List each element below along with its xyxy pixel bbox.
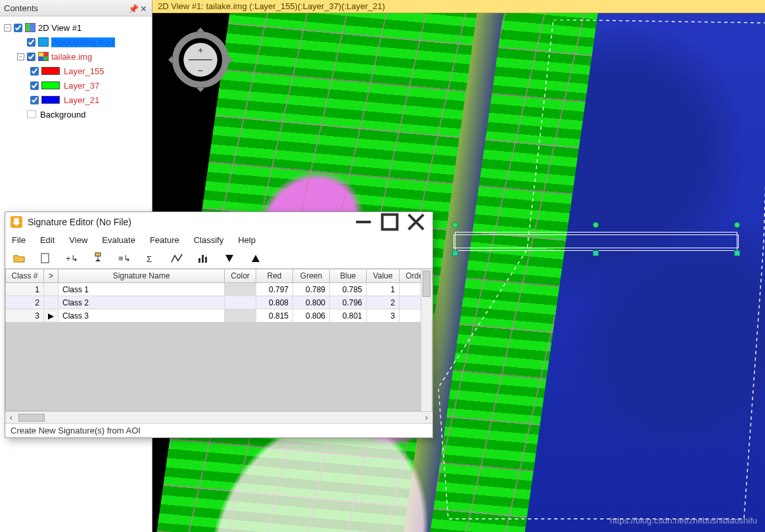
svg-text:Σ: Σ xyxy=(147,254,152,264)
signature-editor-titlebar[interactable]: Signature Editor (No File) xyxy=(5,212,432,232)
handle-icon[interactable] xyxy=(734,222,740,228)
triangle-up-icon[interactable] xyxy=(248,251,263,265)
col-value[interactable]: Value xyxy=(367,269,400,283)
cell-signame[interactable]: Class 3 xyxy=(58,309,225,322)
replace-icon[interactable]: ≡↳ xyxy=(117,251,131,265)
pan-south-icon[interactable] xyxy=(197,88,204,96)
cell-color[interactable] xyxy=(225,283,256,296)
cell-blue: 0.796 xyxy=(330,296,367,309)
table-row[interactable]: 1Class 10.7970.7890.78511 xyxy=(6,283,432,296)
red-swatch-icon xyxy=(41,67,60,75)
vertical-scrollbar[interactable] xyxy=(421,269,432,411)
histogram-icon[interactable] xyxy=(196,251,210,265)
cell-current-arrow xyxy=(44,296,58,309)
cell-color[interactable] xyxy=(225,296,256,309)
handle-icon[interactable] xyxy=(734,250,740,256)
menu-file[interactable]: File xyxy=(12,235,26,245)
tree-node-aoi[interactable]: Aoi009488(:Aoi) xyxy=(3,35,149,49)
close-panel-icon[interactable]: ✕ xyxy=(140,4,148,12)
table-header-row: Class # > Signature Name Color Red Green… xyxy=(6,269,432,283)
pan-west-icon[interactable] xyxy=(164,56,172,64)
svg-rect-10 xyxy=(202,255,204,263)
navigation-compass[interactable]: + − xyxy=(164,24,237,96)
cell-red: 0.808 xyxy=(256,296,293,309)
cell-red: 0.815 xyxy=(256,309,293,322)
cell-current-arrow: ▶ xyxy=(44,309,58,322)
svg-rect-6 xyxy=(95,253,101,256)
tree-node-layer-blue[interactable]: Layer_21 xyxy=(3,93,149,107)
background-icon xyxy=(27,110,36,118)
pan-north-icon[interactable] xyxy=(197,24,204,32)
col-green[interactable]: Green xyxy=(293,269,330,283)
tree-label: Aoi009488(:Aoi) xyxy=(51,37,115,47)
menu-feature[interactable]: Feature xyxy=(150,235,179,245)
scrollbar-thumb[interactable] xyxy=(423,271,430,297)
scrollbar-thumb[interactable] xyxy=(18,414,45,422)
menu-classify[interactable]: Classify xyxy=(194,235,224,245)
signature-table[interactable]: Class # > Signature Name Color Red Green… xyxy=(5,269,432,322)
menu-edit[interactable]: Edit xyxy=(40,235,55,245)
minimize-button[interactable] xyxy=(352,215,375,229)
cell-signame[interactable]: Class 1 xyxy=(58,283,225,296)
tree-node-layer-green[interactable]: Layer_37 xyxy=(3,78,149,93)
tree-node-background[interactable]: Background xyxy=(3,107,149,122)
handle-icon[interactable] xyxy=(452,250,458,256)
col-arrow[interactable]: > xyxy=(44,269,58,283)
svg-rect-11 xyxy=(205,257,207,263)
handle-icon[interactable] xyxy=(452,222,458,228)
handle-icon[interactable] xyxy=(593,222,599,228)
checkbox[interactable] xyxy=(30,67,39,76)
col-color[interactable]: Color xyxy=(225,269,256,283)
mean-plot-icon[interactable] xyxy=(170,251,184,265)
menu-help[interactable]: Help xyxy=(238,235,256,245)
add-signature-icon[interactable]: +↳ xyxy=(64,251,79,265)
cell-classnum: 2 xyxy=(6,296,44,309)
signature-grid: Class # > Signature Name Color Red Green… xyxy=(5,269,432,423)
sum-icon[interactable]: Σ xyxy=(143,251,158,265)
svg-rect-4 xyxy=(41,254,49,263)
expander-icon[interactable]: − xyxy=(17,53,24,60)
maximize-button[interactable] xyxy=(379,215,401,229)
table-row[interactable]: 3▶Class 30.8150.8060.80133 xyxy=(6,309,432,322)
raster-icon xyxy=(38,52,49,61)
merge-icon[interactable] xyxy=(91,251,105,265)
scroll-right-icon[interactable]: › xyxy=(421,412,432,422)
tree-node-layer-red[interactable]: Layer_155 xyxy=(3,64,149,78)
col-red[interactable]: Red xyxy=(256,269,293,283)
zoom-out-icon[interactable]: − xyxy=(198,66,203,76)
col-blue[interactable]: Blue xyxy=(330,269,367,283)
selection-rectangle[interactable] xyxy=(455,232,737,251)
checkbox[interactable] xyxy=(30,96,39,104)
checkbox[interactable] xyxy=(30,81,39,90)
cell-color[interactable] xyxy=(225,309,256,322)
cell-classnum: 1 xyxy=(6,283,44,296)
checkbox[interactable] xyxy=(14,24,22,32)
cell-current-arrow xyxy=(44,283,58,296)
checkbox[interactable] xyxy=(27,53,35,61)
cell-green: 0.806 xyxy=(293,309,330,322)
tree-node-view[interactable]: − 2D View #1 xyxy=(3,20,149,35)
cell-signame[interactable]: Class 2 xyxy=(58,296,225,309)
tree-node-img[interactable]: − tailake.img xyxy=(3,49,149,64)
zoom-in-icon[interactable]: + xyxy=(198,45,203,55)
status-bar: Create New Signature(s) from AOI xyxy=(5,423,432,437)
new-icon[interactable] xyxy=(38,251,53,265)
triangle-down-icon[interactable] xyxy=(222,251,237,265)
table-row[interactable]: 2Class 20.8080.8000.79622 xyxy=(6,296,432,309)
close-button[interactable] xyxy=(405,215,427,229)
expander-icon[interactable]: − xyxy=(4,24,11,32)
horizontal-scrollbar[interactable]: ‹ › xyxy=(5,411,432,423)
col-signame[interactable]: Signature Name xyxy=(58,269,225,283)
menu-evaluate[interactable]: Evaluate xyxy=(102,235,135,245)
handle-icon[interactable] xyxy=(593,250,599,256)
menu-view[interactable]: View xyxy=(69,235,87,245)
view-icon xyxy=(25,23,35,32)
cell-red: 0.797 xyxy=(256,283,293,296)
open-icon[interactable] xyxy=(12,251,26,265)
checkbox[interactable] xyxy=(27,38,35,47)
scroll-left-icon[interactable]: ‹ xyxy=(5,412,17,422)
pin-icon[interactable]: 📌 xyxy=(128,4,136,12)
contents-tree: − 2D View #1 Aoi009488(:Aoi) − tailake.i… xyxy=(0,16,152,125)
col-classnum[interactable]: Class # xyxy=(6,269,44,283)
pan-east-icon[interactable] xyxy=(229,56,237,64)
